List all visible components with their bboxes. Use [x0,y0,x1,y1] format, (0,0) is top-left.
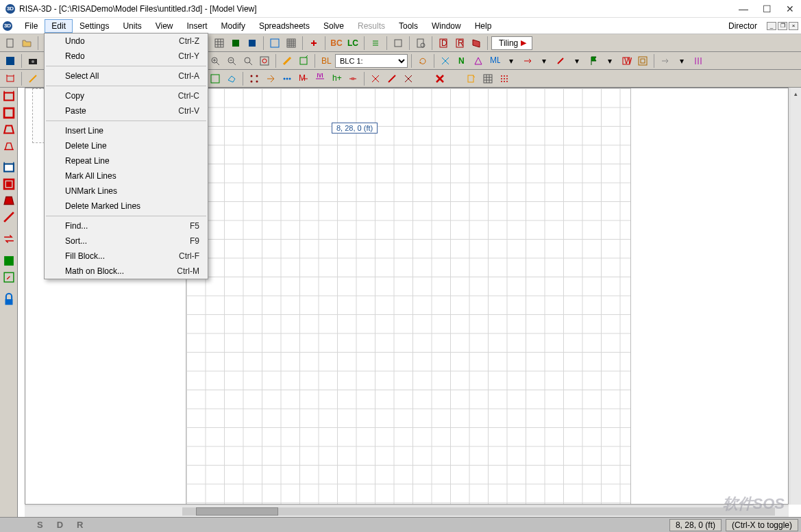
r-icon[interactable]: R [452,36,467,51]
mdi-minimize-icon[interactable]: _ [767,22,776,30]
mod-member-icon[interactable]: M [312,71,328,86]
book-icon[interactable] [469,36,484,51]
trap-fill-icon[interactable] [1,193,16,208]
menu-item-fill-block[interactable]: Fill Block...Ctrl-F [45,249,208,264]
menu-results[interactable]: Results [351,19,392,33]
blc-select[interactable]: BLC 1: [335,54,408,68]
zoom-out-icon[interactable] [224,53,239,68]
slash-icon[interactable] [553,53,568,68]
mdi-restore-icon[interactable]: ❐ [778,22,787,30]
lc-icon[interactable]: LC [345,36,360,51]
solve-icon[interactable] [306,36,321,51]
toolbar-icon[interactable] [391,36,406,51]
load-icon[interactable] [438,53,453,68]
grid-icon[interactable] [480,71,495,86]
box-blue-icon[interactable] [1,177,16,192]
pinned-icon[interactable] [1,138,16,153]
lock-icon[interactable] [1,292,16,307]
menu-window[interactable]: Window [425,19,468,33]
arrow-icon[interactable] [520,53,535,68]
dropdown-icon[interactable]: ▾ [602,53,617,68]
close-button[interactable]: ✕ [785,3,796,14]
menu-view[interactable]: View [149,19,180,33]
zoom-window-icon[interactable] [241,53,256,68]
minimize-button[interactable]: — [738,3,749,14]
dropdown-icon[interactable]: ▾ [674,53,689,68]
menu-units[interactable]: Units [116,19,148,33]
break-icon[interactable]: h+d [329,71,344,86]
menu-item-redo[interactable]: RedoCtrl-Y [45,49,208,64]
ml-icon[interactable]: ML [487,53,502,68]
menu-modify[interactable]: Modify [214,19,252,33]
maximize-button[interactable]: ☐ [761,3,772,14]
menu-item-insert-line[interactable]: Insert Line [45,123,208,138]
select-poly-icon[interactable] [224,71,239,86]
bc-icon[interactable]: BC [329,36,344,51]
menu-item-copy[interactable]: CopyCtrl-C [45,88,208,103]
app-menu-icon[interactable]: 3D [3,21,12,31]
select-box-icon[interactable] [208,71,223,86]
cross-icon[interactable] [368,71,383,86]
view-icon[interactable] [3,53,18,68]
target-icon[interactable] [635,53,650,68]
trapezoid-icon[interactable] [1,122,16,137]
node-icon[interactable] [247,71,262,86]
nodes-icon[interactable] [280,71,295,86]
toolbar-icon[interactable] [228,36,243,51]
red-line-icon[interactable] [1,210,16,225]
flag-icon[interactable] [586,53,601,68]
open-icon[interactable] [19,36,34,51]
menu-edit[interactable]: Edit [45,19,73,33]
tiling-button[interactable]: Tiling▶ [491,36,532,50]
dropdown-icon[interactable]: ▾ [504,53,519,68]
mdi-close-icon[interactable]: × [789,22,798,30]
drawing-grid[interactable] [186,88,631,504]
zoom-in-icon[interactable] [208,53,223,68]
menu-item-delete-marked-lines[interactable]: Delete Marked Lines [45,199,208,214]
bl-icon[interactable]: BL [319,53,334,68]
menu-file[interactable]: File [18,19,45,33]
fixed-icon[interactable] [1,160,16,175]
dropdown-icon[interactable]: ▾ [537,53,552,68]
zoom-extents-icon[interactable] [257,53,272,68]
w-icon[interactable]: W [619,53,634,68]
dropdown-icon[interactable]: ▾ [569,53,584,68]
menu-insert[interactable]: Insert [180,19,214,33]
menu-item-delete-line[interactable]: Delete Line [45,138,208,153]
green-box-icon[interactable] [1,253,16,268]
menu-item-math-on-block[interactable]: Math on Block...Ctrl-M [45,264,208,279]
delete-icon[interactable] [432,71,447,86]
grid-dots-icon[interactable] [497,71,512,86]
n-icon[interactable]: N [454,53,469,68]
menu-spreadsheets[interactable]: Spreadsheets [252,19,317,33]
menu-tools[interactable]: Tools [392,19,425,33]
new-icon[interactable] [3,36,18,51]
menu-solve[interactable]: Solve [317,19,351,33]
toolbar-icon[interactable] [212,36,227,51]
menu-item-repeat-line[interactable]: Repeat Line [45,153,208,168]
menu-item-select-all[interactable]: Select AllCtrl-A [45,68,208,84]
line-icon[interactable] [384,71,399,86]
line-tool-icon[interactable] [25,71,40,86]
modify-icon[interactable] [263,71,278,86]
bars-icon[interactable] [691,53,706,68]
menu-item-undo[interactable]: UndoCtrl-Z [45,34,208,49]
merge-icon[interactable] [345,71,360,86]
toolbar-icon[interactable] [245,36,260,51]
support-icon[interactable] [1,89,16,104]
triangle-icon[interactable] [471,53,486,68]
swap-icon[interactable] [1,231,16,246]
vertical-scrollbar[interactable]: ▴ [789,88,801,505]
menu-settings[interactable]: Settings [73,19,116,33]
horizontal-scrollbar[interactable] [25,505,789,517]
arrow-right-icon[interactable] [658,53,673,68]
menu-item-paste[interactable]: PasteCtrl-V [45,103,208,118]
box-red-icon[interactable] [1,105,16,121]
refresh-icon[interactable] [415,53,430,68]
menu-item-sort[interactable]: Sort...F9 [45,233,208,249]
menu-item-mark-all-lines[interactable]: Mark All Lines [45,168,208,183]
member-icon[interactable]: M [296,71,311,86]
director-menu[interactable]: Director [723,19,763,33]
menu-item-find[interactable]: Find...F5 [45,218,208,233]
draw-icon[interactable] [280,53,295,68]
